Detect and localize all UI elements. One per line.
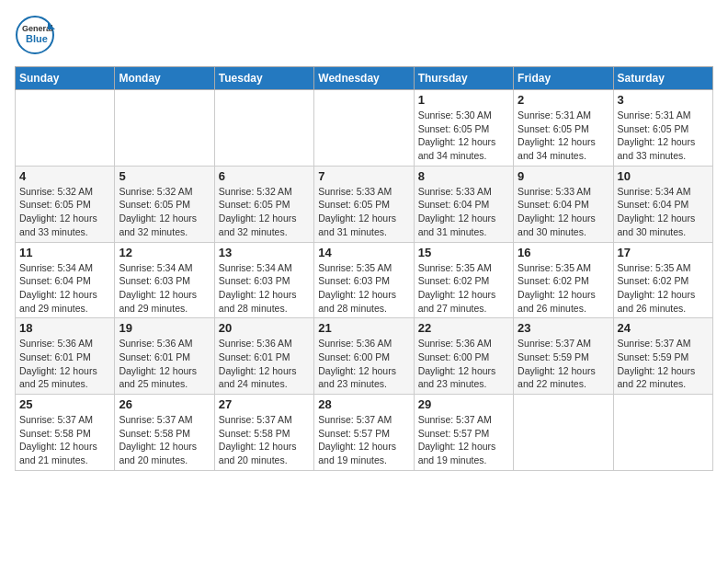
calendar-cell (214, 90, 313, 167)
calendar-cell: 24Sunrise: 5:37 AMSunset: 5:59 PMDayligh… (613, 318, 712, 395)
day-number: 22 (418, 321, 509, 335)
calendar-cell: 1Sunrise: 5:30 AMSunset: 6:05 PMDaylight… (414, 90, 513, 167)
day-info: Sunrise: 5:36 AMSunset: 6:01 PMDaylight:… (119, 337, 210, 391)
calendar-cell: 14Sunrise: 5:35 AMSunset: 6:03 PMDayligh… (314, 242, 414, 318)
day-info: Sunrise: 5:32 AMSunset: 6:05 PMDaylight:… (219, 185, 310, 239)
day-number: 18 (19, 321, 110, 335)
calendar-cell: 8Sunrise: 5:33 AMSunset: 6:04 PMDaylight… (414, 166, 513, 242)
day-number: 9 (518, 169, 609, 183)
day-number: 7 (318, 169, 409, 183)
calendar-cell: 13Sunrise: 5:34 AMSunset: 6:03 PMDayligh… (214, 242, 313, 318)
day-info: Sunrise: 5:34 AMSunset: 6:04 PMDaylight:… (19, 261, 110, 316)
day-info: Sunrise: 5:32 AMSunset: 6:05 PMDaylight:… (119, 185, 210, 239)
calendar-cell: 6Sunrise: 5:32 AMSunset: 6:05 PMDaylight… (214, 166, 313, 242)
calendar-cell: 2Sunrise: 5:31 AMSunset: 6:05 PMDaylight… (514, 90, 613, 167)
day-number: 20 (219, 321, 310, 335)
day-info: Sunrise: 5:37 AMSunset: 5:58 PMDaylight:… (119, 413, 210, 467)
calendar-cell (314, 90, 414, 167)
col-header-friday: Friday (514, 67, 613, 90)
day-number: 28 (318, 397, 409, 411)
calendar-cell: 23Sunrise: 5:37 AMSunset: 5:59 PMDayligh… (514, 318, 613, 395)
day-number: 8 (418, 169, 509, 183)
day-info: Sunrise: 5:33 AMSunset: 6:04 PMDaylight:… (518, 185, 609, 239)
day-info: Sunrise: 5:32 AMSunset: 6:05 PMDaylight:… (19, 185, 110, 239)
day-info: Sunrise: 5:36 AMSunset: 6:01 PMDaylight:… (219, 337, 310, 391)
calendar-cell: 22Sunrise: 5:36 AMSunset: 6:00 PMDayligh… (414, 318, 513, 395)
day-info: Sunrise: 5:31 AMSunset: 6:05 PMDaylight:… (518, 109, 609, 163)
day-number: 2 (518, 93, 609, 107)
calendar-cell (613, 395, 712, 471)
day-info: Sunrise: 5:35 AMSunset: 6:03 PMDaylight:… (318, 261, 409, 316)
day-number: 1 (418, 93, 509, 107)
calendar-cell: 10Sunrise: 5:34 AMSunset: 6:04 PMDayligh… (613, 166, 712, 242)
calendar-cell: 19Sunrise: 5:36 AMSunset: 6:01 PMDayligh… (115, 318, 214, 395)
day-number: 6 (219, 169, 310, 183)
calendar-cell: 12Sunrise: 5:34 AMSunset: 6:03 PMDayligh… (115, 242, 214, 318)
day-info: Sunrise: 5:37 AMSunset: 5:58 PMDaylight:… (219, 413, 310, 467)
day-info: Sunrise: 5:36 AMSunset: 6:00 PMDaylight:… (418, 337, 509, 391)
calendar-cell: 21Sunrise: 5:36 AMSunset: 6:00 PMDayligh… (314, 318, 414, 395)
day-info: Sunrise: 5:34 AMSunset: 6:04 PMDaylight:… (618, 185, 709, 239)
col-header-saturday: Saturday (613, 67, 712, 90)
col-header-tuesday: Tuesday (214, 67, 313, 90)
day-number: 26 (119, 397, 210, 411)
calendar-cell: 26Sunrise: 5:37 AMSunset: 5:58 PMDayligh… (115, 395, 214, 471)
day-info: Sunrise: 5:34 AMSunset: 6:03 PMDaylight:… (219, 261, 310, 316)
day-info: Sunrise: 5:30 AMSunset: 6:05 PMDaylight:… (418, 109, 509, 163)
calendar-cell: 7Sunrise: 5:33 AMSunset: 6:05 PMDaylight… (314, 166, 414, 242)
day-number: 4 (19, 169, 110, 183)
day-info: Sunrise: 5:35 AMSunset: 6:02 PMDaylight:… (518, 261, 609, 316)
col-header-thursday: Thursday (414, 67, 513, 90)
logo-icon: General Blue (15, 15, 55, 55)
day-number: 10 (618, 169, 709, 183)
calendar-cell: 3Sunrise: 5:31 AMSunset: 6:05 PMDaylight… (613, 90, 712, 167)
calendar-table: SundayMondayTuesdayWednesdayThursdayFrid… (15, 66, 713, 471)
day-info: Sunrise: 5:37 AMSunset: 5:58 PMDaylight:… (19, 413, 110, 467)
day-info: Sunrise: 5:35 AMSunset: 6:02 PMDaylight:… (618, 261, 709, 316)
calendar-cell: 9Sunrise: 5:33 AMSunset: 6:04 PMDaylight… (514, 166, 613, 242)
col-header-monday: Monday (115, 67, 214, 90)
calendar-cell (16, 90, 115, 167)
day-number: 12 (119, 246, 210, 259)
day-info: Sunrise: 5:31 AMSunset: 6:05 PMDaylight:… (618, 109, 709, 163)
calendar-cell: 16Sunrise: 5:35 AMSunset: 6:02 PMDayligh… (514, 242, 613, 318)
day-number: 14 (318, 246, 409, 259)
day-info: Sunrise: 5:33 AMSunset: 6:05 PMDaylight:… (318, 185, 409, 239)
day-info: Sunrise: 5:37 AMSunset: 5:57 PMDaylight:… (418, 413, 509, 467)
day-number: 21 (318, 321, 409, 335)
calendar-cell: 27Sunrise: 5:37 AMSunset: 5:58 PMDayligh… (214, 395, 313, 471)
calendar-cell: 4Sunrise: 5:32 AMSunset: 6:05 PMDaylight… (16, 166, 115, 242)
col-header-wednesday: Wednesday (314, 67, 414, 90)
day-number: 23 (518, 321, 609, 335)
day-number: 13 (219, 246, 310, 259)
day-number: 3 (618, 93, 709, 107)
calendar-cell (115, 90, 214, 167)
day-number: 27 (219, 397, 310, 411)
day-number: 24 (618, 321, 709, 335)
day-number: 29 (418, 397, 509, 411)
svg-text:Blue: Blue (26, 33, 48, 44)
day-number: 16 (518, 246, 609, 259)
calendar-cell: 20Sunrise: 5:36 AMSunset: 6:01 PMDayligh… (214, 318, 313, 395)
day-info: Sunrise: 5:34 AMSunset: 6:03 PMDaylight:… (119, 261, 210, 316)
day-number: 19 (119, 321, 210, 335)
logo: General Blue (15, 15, 55, 55)
calendar-cell: 11Sunrise: 5:34 AMSunset: 6:04 PMDayligh… (16, 242, 115, 318)
day-number: 5 (119, 169, 210, 183)
day-number: 15 (418, 246, 509, 259)
calendar-cell: 15Sunrise: 5:35 AMSunset: 6:02 PMDayligh… (414, 242, 513, 318)
day-info: Sunrise: 5:36 AMSunset: 6:01 PMDaylight:… (19, 337, 110, 391)
day-info: Sunrise: 5:37 AMSunset: 5:57 PMDaylight:… (318, 413, 409, 467)
day-info: Sunrise: 5:36 AMSunset: 6:00 PMDaylight:… (318, 337, 409, 391)
day-info: Sunrise: 5:37 AMSunset: 5:59 PMDaylight:… (618, 337, 709, 391)
calendar-cell: 5Sunrise: 5:32 AMSunset: 6:05 PMDaylight… (115, 166, 214, 242)
day-number: 17 (618, 246, 709, 259)
calendar-cell (514, 395, 613, 471)
day-info: Sunrise: 5:35 AMSunset: 6:02 PMDaylight:… (418, 261, 509, 316)
page-header: General Blue (15, 15, 713, 55)
calendar-cell: 29Sunrise: 5:37 AMSunset: 5:57 PMDayligh… (414, 395, 513, 471)
day-number: 25 (19, 397, 110, 411)
day-info: Sunrise: 5:33 AMSunset: 6:04 PMDaylight:… (418, 185, 509, 239)
calendar-cell: 25Sunrise: 5:37 AMSunset: 5:58 PMDayligh… (16, 395, 115, 471)
day-number: 11 (19, 246, 110, 259)
